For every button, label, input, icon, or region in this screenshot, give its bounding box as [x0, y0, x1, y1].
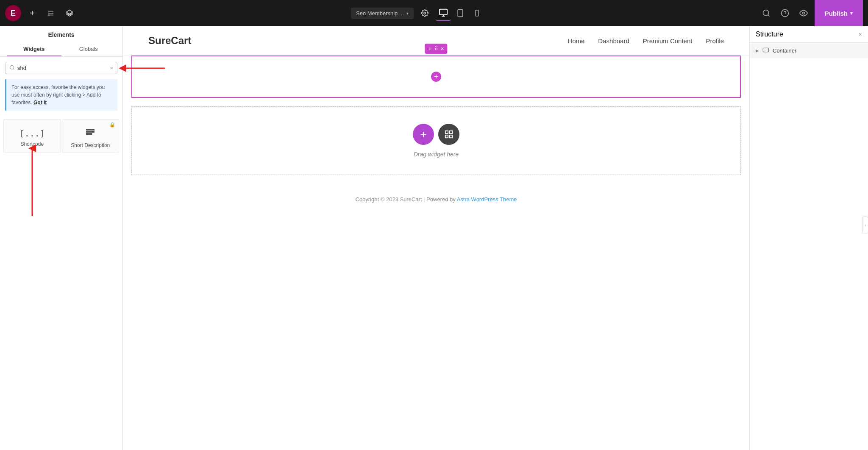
svg-rect-9: [458, 10, 463, 17]
site-title-text: Seo Membership ...: [356, 10, 404, 17]
top-bar-left: E +: [5, 5, 77, 21]
svg-rect-11: [476, 10, 479, 16]
elementor-logo-button[interactable]: E: [5, 5, 21, 21]
red-arrow-up: [28, 144, 36, 220]
canvas-area: SureCart Home Dashboard Premium Content …: [123, 26, 749, 450]
nav-dashboard[interactable]: Dashboard: [598, 37, 629, 44]
svg-point-5: [424, 12, 426, 14]
right-panel-title: Structure: [756, 31, 783, 38]
drag-section: + Drag widget here: [131, 106, 741, 175]
footer-link[interactable]: Astra WordPress Theme: [457, 196, 517, 203]
drag-widget-button[interactable]: [438, 124, 459, 145]
svg-point-18: [10, 65, 14, 69]
layers-button[interactable]: [62, 6, 77, 21]
right-panel-header: Structure ×: [750, 26, 868, 43]
panel-settings-button[interactable]: [43, 6, 58, 21]
tip-link[interactable]: Got It: [33, 100, 47, 106]
site-footer: Copyright © 2023 SureCart | Powered by A…: [123, 183, 749, 215]
toolbar-add-button[interactable]: +: [428, 45, 431, 52]
drag-add-button[interactable]: +: [413, 124, 434, 145]
elementor-e-icon: E: [11, 9, 16, 18]
svg-rect-24: [86, 129, 94, 130]
selected-container[interactable]: + ⠿ × +: [131, 56, 741, 98]
right-panel: Structure × ▶ Container: [749, 26, 868, 450]
widget-short-description[interactable]: 🔒 Short Description: [62, 119, 120, 153]
top-bar-right: Publish ▾: [759, 0, 863, 26]
site-title-chevron: ▾: [406, 11, 409, 16]
panel-collapse-handle[interactable]: ‹: [862, 217, 868, 233]
svg-rect-26: [86, 133, 92, 134]
short-description-label: Short Description: [71, 142, 110, 148]
svg-rect-30: [450, 135, 452, 138]
search-icon[interactable]: [759, 6, 774, 21]
left-panel: Elements Widgets Globals ×: [0, 26, 123, 450]
top-bar-center: Seo Membership ... ▾: [81, 6, 755, 21]
svg-rect-31: [763, 48, 768, 52]
search-input[interactable]: [5, 62, 117, 74]
site-title-button[interactable]: Seo Membership ... ▾: [351, 8, 414, 19]
footer-text: Copyright © 2023 SureCart | Powered by: [356, 196, 457, 203]
view-icons: [436, 6, 485, 21]
toolbar-close-button[interactable]: ×: [441, 45, 444, 52]
lock-icon: 🔒: [109, 122, 115, 128]
widgets-grid: [...] Shortcode 🔒: [0, 116, 122, 156]
svg-line-19: [13, 69, 14, 69]
container-toolbar: + ⠿ ×: [425, 44, 447, 54]
drag-buttons: +: [413, 124, 459, 145]
settings-gear-button[interactable]: [417, 6, 432, 21]
mobile-view-button[interactable]: [470, 6, 485, 21]
drag-text: Drag widget here: [414, 151, 459, 158]
publish-button[interactable]: Publish ▾: [815, 0, 863, 26]
nav-profile[interactable]: Profile: [706, 37, 724, 44]
structure-container-label: Container: [773, 47, 796, 54]
panel-tabs: Widgets Globals: [7, 42, 116, 56]
svg-rect-27: [445, 131, 448, 133]
site-logo: SureCart: [148, 35, 191, 47]
shortcode-label: Shortcode: [20, 141, 44, 147]
widget-shortcode[interactable]: [...] Shortcode: [3, 119, 61, 153]
panel-title: Elements: [7, 31, 116, 42]
desktop-view-button[interactable]: [436, 6, 451, 21]
tab-globals[interactable]: Globals: [61, 42, 116, 56]
top-bar: E + Seo Membership ... ▾: [0, 0, 868, 26]
tip-box: For easy access, favorite the widgets yo…: [5, 79, 117, 111]
search-input-icon: [9, 65, 15, 72]
svg-rect-6: [440, 9, 447, 15]
add-element-button[interactable]: +: [25, 6, 40, 21]
add-inner-button[interactable]: +: [430, 71, 442, 83]
svg-rect-25: [86, 131, 94, 132]
nav-home[interactable]: Home: [568, 37, 584, 44]
publish-label: Publish: [825, 10, 848, 17]
help-icon[interactable]: [777, 6, 793, 21]
structure-container-item[interactable]: ▶ Container: [750, 43, 868, 58]
canvas-inner: SureCart Home Dashboard Premium Content …: [123, 26, 749, 450]
container-icon: [762, 47, 769, 54]
publish-chevron: ▾: [850, 11, 853, 16]
preview-icon[interactable]: [796, 6, 811, 21]
svg-rect-28: [450, 131, 452, 133]
search-box-container: ×: [0, 57, 122, 79]
svg-rect-29: [445, 135, 448, 138]
tab-widgets[interactable]: Widgets: [7, 42, 61, 56]
toolbar-move-handle[interactable]: ⠿: [434, 46, 438, 52]
svg-point-13: [763, 10, 768, 16]
tablet-view-button[interactable]: [453, 6, 468, 21]
nav-premium-content[interactable]: Premium Content: [643, 37, 693, 44]
shortcode-icon: [...]: [19, 128, 45, 139]
expand-icon: ▶: [756, 48, 759, 53]
svg-line-14: [768, 15, 770, 17]
panel-header: Elements Widgets Globals: [0, 26, 122, 57]
main-layout: Elements Widgets Globals ×: [0, 26, 868, 450]
svg-point-3: [48, 14, 50, 16]
right-panel-close-button[interactable]: ×: [859, 31, 862, 38]
short-description-icon: [85, 127, 95, 140]
search-clear-button[interactable]: ×: [110, 65, 113, 71]
site-nav: Home Dashboard Premium Content Profile: [568, 37, 724, 44]
svg-point-17: [802, 12, 804, 14]
tip-text: For easy access, favorite the widgets yo…: [11, 84, 105, 106]
